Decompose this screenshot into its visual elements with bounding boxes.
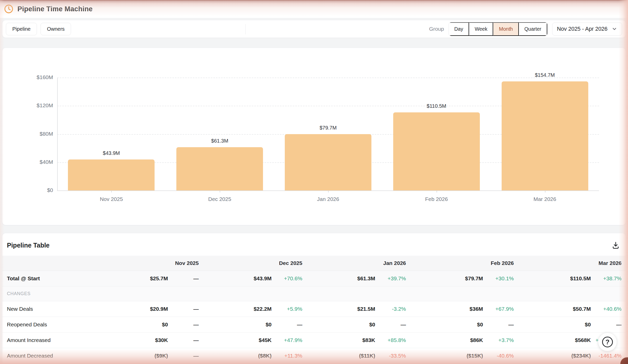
cell-percent: — (170, 271, 203, 286)
app-header: Pipeline Time Machine (0, 0, 628, 18)
cell-value: $0 (410, 317, 485, 332)
y-axis-line (57, 78, 58, 190)
x-axis-tick (545, 190, 545, 192)
bar-feb-2026[interactable] (393, 112, 480, 190)
download-button[interactable] (611, 241, 620, 250)
table-header-row: Nov 2025Dec 2025Jan 2026Feb 2026Mar 2026 (2, 256, 626, 271)
help-button[interactable]: ? (598, 333, 617, 351)
table-row: Amount Decreased($9K)—($8K)+11.3%($11K)-… (2, 348, 626, 363)
cell-value: $25.7M (99, 271, 170, 286)
table-title: Pipeline Table (7, 242, 49, 249)
row-label: Amount Decreased (2, 348, 99, 363)
row-label: Total @ Start (2, 271, 99, 286)
x-axis-label: Feb 2026 (398, 196, 475, 202)
cell-percent: +11.3% (274, 348, 306, 363)
pipeline-table: Nov 2025Dec 2025Jan 2026Feb 2026Mar 2026… (2, 256, 626, 364)
cell-percent: — (377, 317, 410, 332)
tab-pipeline[interactable]: Pipeline (6, 23, 37, 35)
cell-percent: +5.9% (274, 301, 306, 317)
cell-percent: — (170, 301, 203, 317)
cell-percent: — (485, 317, 518, 332)
x-axis-tick (111, 190, 112, 192)
group-option-month[interactable]: Month (493, 22, 519, 36)
bar-value-label: $110.5M (398, 103, 475, 109)
cell-value: $45K (203, 332, 274, 348)
cell-value: ($15K) (410, 348, 485, 363)
section-label: CHANGES (2, 286, 626, 301)
cell-value: $43.9M (203, 271, 274, 286)
cell-value: ($234K) (518, 348, 593, 363)
cell-percent: +85.8% (377, 332, 410, 348)
column-header-nov-2025: Nov 2025 (99, 256, 203, 271)
row-label: New Deals (2, 301, 99, 317)
bar-dec-2025[interactable] (176, 147, 263, 190)
x-axis-label: Dec 2025 (181, 196, 258, 202)
view-tabs: PipelineOwners (6, 23, 71, 35)
cell-percent: — (170, 317, 203, 332)
cell-value: $20.9M (99, 301, 170, 317)
cell-percent: +67.9% (485, 301, 518, 317)
bar-mar-2026[interactable] (502, 81, 588, 190)
date-range-value: Nov 2025 - Apr 2026 (557, 26, 607, 32)
cell-value: $79.7M (410, 271, 485, 286)
table-head: Pipeline Table (2, 233, 626, 256)
bar-value-label: $79.7M (290, 125, 367, 131)
toolbar: PipelineOwners Group DayWeekMonthQuarter… (2, 20, 626, 38)
chart-plot-area: $0$40M$80M$120M$160M$43.9MNov 2025$61.3M… (2, 48, 626, 225)
pipeline-table-card: Pipeline Table Nov 2025Dec 2025Jan 2026F… (2, 233, 626, 364)
column-header-mar-2026: Mar 2026 (518, 256, 626, 271)
group-segmented-control: DayWeekMonthQuarter (449, 22, 548, 36)
group-option-quarter[interactable]: Quarter (519, 22, 547, 36)
x-axis-tick (328, 190, 329, 192)
table-row: Reopened Deals$0—$0—$0—$0—$0— (2, 317, 626, 332)
cell-value: $0 (203, 317, 274, 332)
cell-value: $83K (306, 332, 377, 348)
cell-value: ($8K) (203, 348, 274, 363)
pipeline-bar-chart: $0$40M$80M$120M$160M$43.9MNov 2025$61.3M… (2, 48, 626, 225)
cell-value: $86K (410, 332, 485, 348)
group-option-day[interactable]: Day (449, 22, 469, 36)
cell-percent: +47.9% (274, 332, 306, 348)
table-row: New Deals$20.9M—$22.2M+5.9%$21.5M-3.2%$3… (2, 301, 626, 317)
table-row: Amount Increased$30K—$45K+47.9%$83K+85.8… (2, 332, 626, 348)
cell-value: $110.5M (518, 271, 593, 286)
cell-value: $21.5M (306, 301, 377, 317)
cell-percent: -33.5% (377, 348, 410, 363)
column-header-feb-2026: Feb 2026 (410, 256, 518, 271)
bar-value-label: $154.7M (507, 72, 583, 78)
y-axis-label: $80M (17, 131, 53, 137)
cell-percent: — (170, 348, 203, 363)
cell-percent: +3.7% (485, 332, 518, 348)
cell-value: $36M (410, 301, 485, 317)
column-header-dec-2025: Dec 2025 (203, 256, 306, 271)
cell-percent: +40.6% (593, 301, 626, 317)
cell-percent: — (170, 332, 203, 348)
chevron-down-icon (612, 26, 617, 32)
cell-percent: -40.6% (485, 348, 518, 363)
bar-jan-2026[interactable] (285, 134, 371, 190)
tab-owners[interactable]: Owners (40, 23, 71, 35)
x-axis-label: Jan 2026 (290, 196, 367, 202)
cell-percent: +39.7% (377, 271, 410, 286)
table-header-spacer (2, 256, 99, 271)
x-axis-label: Nov 2025 (73, 196, 150, 202)
bar-value-label: $61.3M (181, 138, 258, 144)
cell-percent: -3.2% (377, 301, 410, 317)
table-row: Total @ Start$25.7M—$43.9M+70.6%$61.3M+3… (2, 271, 626, 286)
toolbar-divider (245, 24, 246, 34)
cell-value: $61.3M (306, 271, 377, 286)
bar-nov-2025[interactable] (68, 159, 155, 190)
x-axis-label: Mar 2026 (507, 196, 583, 202)
column-header-jan-2026: Jan 2026 (306, 256, 410, 271)
group-option-week[interactable]: Week (469, 22, 493, 36)
page-title: Pipeline Time Machine (17, 5, 93, 13)
cell-value: $0 (518, 317, 593, 332)
cell-value: $0 (306, 317, 377, 332)
clock-icon (4, 4, 14, 14)
cell-value: $50.7M (518, 301, 593, 317)
date-range-dropdown[interactable]: Nov 2025 - Apr 2026 (552, 23, 622, 36)
row-label: Amount Increased (2, 332, 99, 348)
cell-value: ($11K) (306, 348, 377, 363)
cell-value: $30K (99, 332, 170, 348)
section-row: CHANGES (2, 286, 626, 301)
